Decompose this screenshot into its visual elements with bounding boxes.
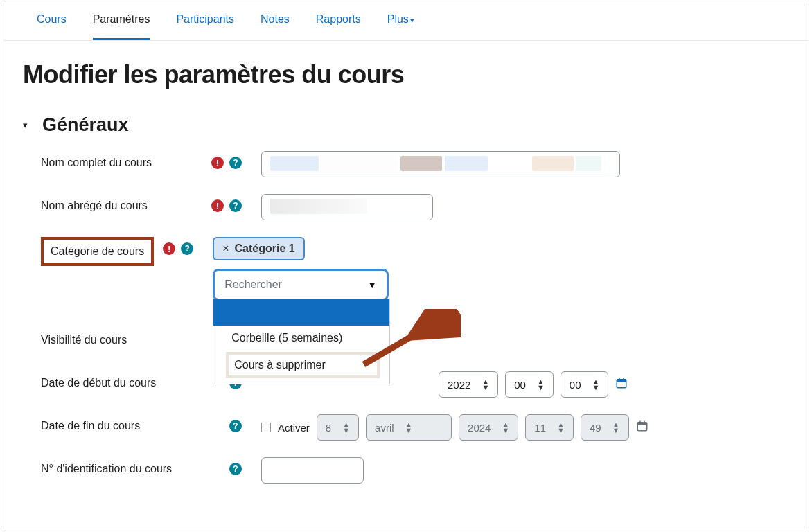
category-chip[interactable]: × Catégorie 1	[213, 237, 304, 260]
label-visibility: Visibilité du cours	[41, 328, 192, 346]
svg-rect-3	[619, 378, 621, 380]
select-value: 49	[590, 422, 601, 434]
tab-parametres[interactable]: Paramètres	[93, 9, 150, 40]
shortname-input[interactable]	[261, 194, 433, 220]
enddate-enable-checkbox[interactable]	[261, 423, 271, 432]
tab-cours[interactable]: Cours	[37, 9, 67, 38]
enddate-minute-select: 49 ▲▼	[581, 414, 629, 441]
svg-rect-8	[644, 420, 645, 423]
tab-participants[interactable]: Participants	[176, 9, 234, 38]
enddate-month-select: avril ▲▼	[366, 414, 452, 441]
dropdown-triangle-icon: ▼	[367, 279, 377, 290]
section-title: Généraux	[42, 114, 129, 136]
select-value: 00	[514, 379, 526, 391]
startdate-year-select[interactable]: 2022 ▲▼	[439, 371, 498, 398]
sort-icon: ▲▼	[502, 422, 509, 433]
fullname-input[interactable]	[261, 151, 620, 177]
tab-notes[interactable]: Notes	[261, 9, 290, 38]
tab-rapports[interactable]: Rapports	[316, 9, 361, 38]
course-nav-tabs: Cours Paramètres Participants Notes Rapp…	[3, 3, 809, 41]
category-search-input[interactable]: Rechercher ▼	[213, 269, 389, 301]
svg-rect-7	[639, 420, 641, 423]
select-value: 2022	[448, 379, 470, 391]
sort-icon: ▲▼	[405, 422, 413, 433]
svg-rect-6	[637, 422, 647, 425]
svg-rect-4	[624, 378, 625, 380]
chip-label: Catégorie 1	[235, 242, 295, 255]
close-icon[interactable]: ×	[222, 242, 229, 255]
sort-icon: ▲▼	[482, 379, 489, 390]
tab-plus[interactable]: Plus▾	[387, 9, 414, 38]
help-icon[interactable]: ?	[229, 200, 242, 212]
search-placeholder: Rechercher	[224, 278, 282, 291]
enddate-enable-label: Activer	[278, 422, 310, 434]
section-toggle-generaux[interactable]: ▾ Généraux	[23, 114, 789, 136]
startdate-minute-select[interactable]: 00 ▲▼	[561, 371, 609, 398]
tab-plus-label: Plus	[387, 13, 409, 25]
chevron-down-icon: ▾	[23, 120, 33, 130]
sort-icon: ▲▼	[592, 379, 600, 390]
calendar-icon[interactable]	[615, 377, 628, 393]
enddate-year-select: 2024 ▲▼	[459, 414, 518, 441]
idnumber-input[interactable]	[261, 457, 364, 484]
select-value: 8	[326, 422, 331, 434]
chevron-down-icon: ▾	[410, 16, 414, 24]
startdate-hour-select[interactable]: 00 ▲▼	[505, 371, 554, 398]
select-value: 00	[570, 379, 581, 391]
enddate-hour-select: 11 ▲▼	[525, 414, 574, 441]
help-icon[interactable]: ?	[181, 242, 193, 255]
help-icon[interactable]: ?	[229, 157, 242, 169]
dropdown-item-corbeille[interactable]: Corbeille (5 semaines)	[213, 326, 389, 351]
label-fullname: Nom complet du cours	[41, 151, 192, 169]
label-startdate: Date de début du cours	[41, 371, 192, 389]
sort-icon: ▲▼	[612, 422, 620, 433]
sort-icon: ▲▼	[557, 422, 565, 433]
label-category: Catégorie de cours	[41, 237, 154, 266]
enddate-day-select: 8 ▲▼	[317, 414, 359, 441]
label-shortname: Nom abrégé du cours	[41, 194, 192, 212]
required-icon: !	[211, 157, 224, 169]
sort-icon: ▲▼	[537, 379, 545, 390]
svg-rect-2	[617, 379, 627, 382]
help-icon[interactable]: ?	[229, 420, 242, 432]
select-value: avril	[375, 422, 394, 434]
page-title: Modifier les paramètres du cours	[23, 60, 789, 89]
dropdown-item-selected[interactable]	[213, 299, 389, 326]
required-icon: !	[211, 200, 224, 212]
label-enddate: Date de fin du cours	[41, 414, 192, 432]
select-value: 11	[534, 422, 546, 434]
calendar-icon	[636, 420, 648, 436]
required-icon: !	[163, 242, 175, 255]
label-idnumber: N° d'identification du cours	[41, 457, 211, 475]
sort-icon: ▲▼	[342, 422, 350, 433]
help-icon[interactable]: ?	[229, 463, 242, 475]
select-value: 2024	[468, 422, 491, 434]
category-dropdown: Corbeille (5 semaines) Cours à supprimer	[213, 299, 390, 384]
dropdown-item-supprimer[interactable]: Cours à supprimer	[226, 352, 380, 378]
